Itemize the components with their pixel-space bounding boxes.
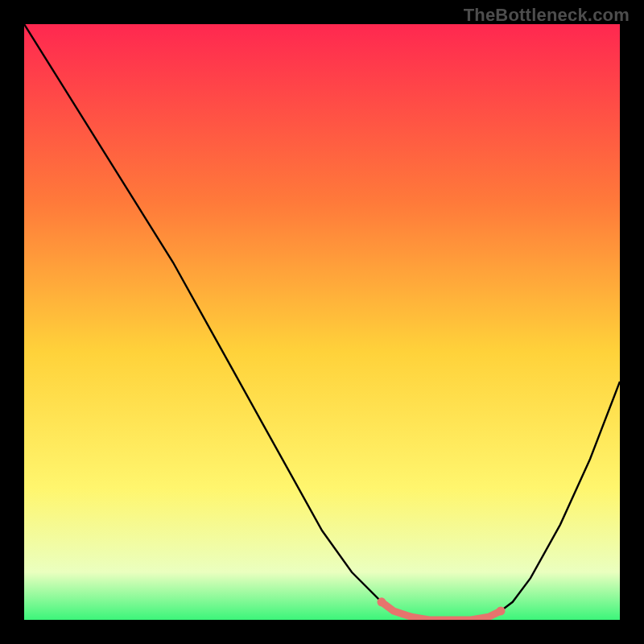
plot-area bbox=[24, 24, 620, 620]
chart-container: TheBottleneck.com bbox=[0, 0, 644, 644]
highlight-end-dot bbox=[497, 606, 506, 615]
watermark-text: TheBottleneck.com bbox=[464, 5, 630, 26]
highlight-start-dot bbox=[378, 597, 386, 606]
chart-svg bbox=[24, 24, 620, 620]
